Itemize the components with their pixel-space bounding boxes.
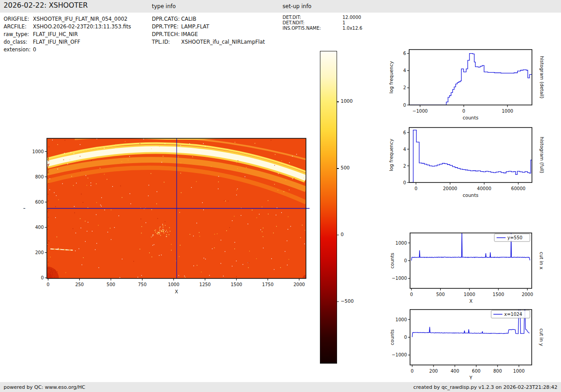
info-row: raw_type:FLAT_IFU_HC_NIR	[4, 31, 131, 38]
info-value: XSHOOTER_IFU_FLAT_NIR_054_0002	[33, 15, 128, 23]
colorbar-tick	[337, 235, 339, 235]
x-axis-label: Y	[469, 375, 473, 380]
y-axis-label: counts	[389, 329, 395, 345]
x-axis-label: counts	[462, 192, 478, 198]
info-label: extension:	[4, 46, 33, 54]
info-label: DPR.CATG:	[152, 15, 181, 23]
qc-report-page: 2026-02-22: XSHOOTER type info set-up in…	[0, 0, 561, 392]
info-row: ORIGFILE:XSHOOTER_IFU_FLAT_NIR_054_0002	[4, 15, 131, 23]
tick-label: 2000	[522, 292, 533, 297]
info-label: INS.OPTI5.NAME:	[283, 26, 342, 31]
tick-label: 1000	[168, 282, 179, 287]
tick-label: −1000	[392, 276, 407, 281]
tick-label: 0	[41, 275, 43, 280]
info-value: FLAT_IFU_HC_NIR	[33, 31, 78, 38]
y-axis-label: log frequency	[388, 139, 394, 171]
info-value: FLAT_IFU_NIR_OFF	[33, 38, 80, 46]
axes-frame	[409, 128, 532, 182]
tick-label: 750	[138, 282, 146, 287]
info-label: DPR.TYPE:	[152, 23, 181, 31]
info-label: DPR.TECH:	[152, 31, 181, 38]
tick-label: 1000	[464, 292, 475, 297]
info-value: XSHOO.2026-02-23T20:13:11.353.fits	[33, 23, 131, 31]
info-value: 1	[342, 20, 345, 26]
main-image-plot: 0250500750100012501500175020000200400600…	[23, 134, 313, 299]
tick-label: 1750	[262, 282, 273, 287]
colorbar-tick-label: 1000	[341, 98, 353, 104]
tick-label: 6	[403, 130, 406, 135]
colorbar: 10005000−500	[320, 51, 363, 365]
tick-label: 20000	[442, 186, 457, 191]
setup-info-table: DET.DIT:12.0000DET.NDIT:1INS.OPTI5.NAME:…	[283, 15, 362, 31]
info-value: CALIB	[181, 15, 196, 23]
colorbar-tick-label: 500	[341, 165, 350, 170]
info-row: DPR.TYPE:LAMP,FLAT	[152, 23, 265, 31]
right-axis-title: histogram (detail)	[539, 56, 544, 98]
chart-hist-detail: −1000010000246countslog frequencyhistogr…	[381, 43, 546, 125]
tick-label: 40000	[477, 186, 491, 191]
tick-label: 0	[410, 292, 413, 297]
info-label: ORIGFILE:	[4, 15, 33, 23]
legend-label: x=1024	[504, 312, 522, 317]
tick-label: 200	[429, 369, 438, 374]
page-title: 2026-02-22: XSHOOTER	[4, 1, 88, 9]
footer-right: created by qc_rawdisp.py v1.2.3 on 2026-…	[413, 384, 557, 390]
info-label: ARCFILE:	[4, 23, 33, 31]
tick-label: 200	[35, 250, 43, 255]
chart-hist-full: 02000040000600000246countslog frequencyh…	[381, 121, 546, 202]
tick-label: 1000	[32, 149, 43, 154]
info-value: 1.0x12.6	[342, 26, 362, 31]
tick-label: 0	[404, 258, 407, 263]
tick-label: 2000	[293, 282, 305, 287]
tick-label: 0	[411, 369, 414, 374]
tick-label: 1000	[502, 109, 513, 114]
info-row: ARCFILE:XSHOO.2026-02-23T20:13:11.353.fi…	[4, 23, 131, 31]
tick-label: 500	[106, 282, 115, 287]
info-row: DET.DIT:12.0000	[283, 15, 362, 20]
info-label: DET.DIT:	[283, 15, 342, 20]
info-row: do_class:FLAT_IFU_NIR_OFF	[4, 38, 131, 46]
type-info-heading: type info	[152, 3, 176, 9]
tick-label: 4	[403, 68, 406, 73]
right-axis-title: histogram (full)	[539, 137, 544, 173]
footer-bar: powered by QC: www.eso.org/HC created by…	[0, 382, 561, 392]
tick-label: 400	[451, 369, 459, 374]
info-label: TPL.ID:	[152, 38, 181, 46]
tick-label: 1500	[230, 282, 242, 287]
info-row: INS.OPTI5.NAME:1.0x12.6	[283, 26, 362, 31]
info-label: raw_type:	[4, 31, 33, 38]
tick-label: 250	[75, 282, 83, 287]
tick-label: 2	[403, 85, 406, 90]
tick-label: 0	[462, 109, 465, 114]
tick-label: 600	[35, 200, 43, 205]
series-line	[409, 54, 532, 105]
info-label: DET.NDIT:	[283, 20, 342, 26]
legend-label: y=550	[507, 235, 522, 240]
header-bar: 2026-02-22: XSHOOTER type info set-up in…	[0, 0, 561, 13]
tick-label: 0	[403, 103, 406, 108]
info-row: extension:0	[4, 46, 131, 54]
y-axis-label: log frequency	[388, 61, 394, 93]
tick-label: 60000	[511, 186, 525, 191]
tick-label: 500	[436, 292, 445, 297]
tick-label: 1500	[493, 292, 504, 297]
chart-cut-x: 0500100015002000−100001000Xcountscut in …	[382, 227, 545, 308]
info-value: 0	[33, 46, 36, 54]
tick-label: 0	[46, 282, 49, 287]
info-row: DET.NDIT:1	[283, 20, 362, 26]
info-value: LAMP,FLAT	[181, 23, 209, 31]
x-axis-label: counts	[462, 115, 478, 120]
tick-label: −1000	[392, 352, 407, 357]
right-axis-title: cut in y	[539, 328, 544, 346]
type-info-table: DPR.CATG:CALIBDPR.TYPE:LAMP,FLATDPR.TECH…	[152, 15, 265, 46]
series-line	[409, 130, 532, 182]
tick-label: 1000	[513, 369, 525, 374]
file-info-table: ORIGFILE:XSHOOTER_IFU_FLAT_NIR_054_0002A…	[4, 15, 131, 54]
info-value: 12.0000	[342, 15, 361, 20]
tick-label: 1000	[396, 241, 407, 246]
chart-cut-y: 02004006008001000−100001000Ycountscut in…	[382, 303, 545, 385]
tick-label: 4	[403, 147, 406, 152]
tick-label: 400	[35, 225, 43, 230]
tick-label: 600	[472, 369, 480, 374]
tick-label: 800	[493, 369, 502, 374]
